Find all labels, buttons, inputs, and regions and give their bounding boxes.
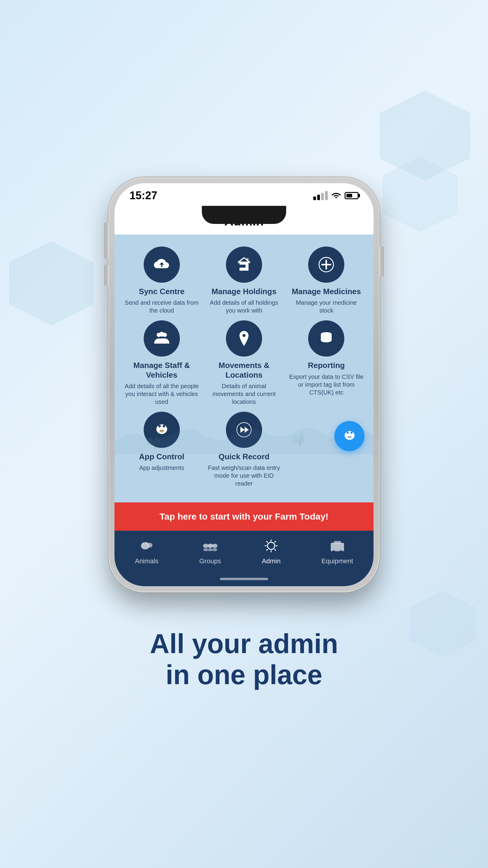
people-icon bbox=[153, 330, 171, 347]
sync-centre-title: Sync Centre bbox=[139, 287, 185, 296]
movements-desc: Details of animal movements and current … bbox=[206, 382, 282, 406]
svg-rect-15 bbox=[155, 444, 156, 449]
sync-centre-desc: Send and receive data from the cloud bbox=[124, 299, 200, 314]
svg-point-5 bbox=[321, 332, 332, 336]
tagline-line2: in one place bbox=[150, 659, 338, 691]
phone-frame: 15:27 bbox=[108, 177, 380, 592]
manage-medicines-title: Manage Medicines bbox=[292, 287, 361, 296]
svg-point-23 bbox=[348, 436, 349, 437]
status-bar: 15:27 bbox=[115, 183, 373, 207]
home-bar bbox=[220, 578, 268, 580]
sync-centre-item[interactable]: Sync Centre Send and receive data from t… bbox=[124, 247, 200, 314]
farm-banner[interactable]: Tap here to start with your Farm Today! bbox=[115, 502, 373, 531]
movements-icon-circle bbox=[226, 320, 262, 356]
nav-groups-label: Groups bbox=[199, 557, 221, 565]
floating-cow-button[interactable] bbox=[334, 421, 364, 451]
svg-point-4 bbox=[159, 332, 164, 337]
svg-point-22 bbox=[347, 436, 352, 438]
bg-hex-3 bbox=[9, 241, 93, 326]
volume-down-button bbox=[104, 265, 108, 286]
svg-point-21 bbox=[350, 432, 352, 434]
location-icon bbox=[235, 330, 253, 347]
home-indicator bbox=[115, 574, 373, 586]
battery-icon bbox=[345, 192, 358, 199]
admin-nav-icon bbox=[262, 537, 280, 555]
manage-holdings-icon-circle bbox=[226, 247, 262, 283]
manage-staff-icon-circle bbox=[144, 320, 180, 356]
svg-point-34 bbox=[213, 548, 217, 551]
groups-nav-icon bbox=[201, 537, 219, 555]
manage-staff-title: Manage Staff & Vehicles bbox=[124, 361, 200, 379]
manage-staff-desc: Add details of all the people you intera… bbox=[124, 382, 200, 406]
database-icon bbox=[317, 330, 335, 347]
nav-equipment[interactable]: Equipment bbox=[321, 537, 353, 565]
svg-point-31 bbox=[212, 544, 218, 548]
phone-mockup: 15:27 bbox=[108, 177, 380, 592]
svg-point-19 bbox=[345, 431, 355, 440]
reporting-icon-circle bbox=[308, 320, 344, 356]
manage-medicines-item[interactable]: Manage Medicines Manage your medicine st… bbox=[288, 247, 364, 314]
svg-rect-18 bbox=[299, 441, 301, 446]
phone-screen: 15:27 bbox=[115, 183, 373, 586]
nav-animals-label: Animals bbox=[135, 557, 158, 565]
svg-point-38 bbox=[332, 550, 335, 553]
main-content: Sync Centre Send and receive data from t… bbox=[115, 235, 373, 502]
bottom-nav: Animals Groups bbox=[115, 531, 373, 574]
svg-point-35 bbox=[267, 542, 275, 550]
power-button bbox=[380, 247, 384, 277]
svg-point-24 bbox=[350, 436, 351, 437]
reporting-item[interactable]: Reporting Export your data to CSV file o… bbox=[288, 320, 364, 405]
svg-point-27 bbox=[142, 543, 144, 545]
svg-point-32 bbox=[203, 548, 208, 551]
equipment-nav-icon bbox=[328, 537, 347, 555]
cloud-sync-icon bbox=[153, 255, 171, 274]
nav-animals[interactable]: Animals bbox=[135, 537, 158, 565]
sync-centre-icon-circle bbox=[144, 247, 180, 283]
tagline: All your admin in one place bbox=[150, 628, 338, 691]
bg-hex-4 bbox=[410, 591, 476, 657]
svg-point-33 bbox=[208, 548, 213, 551]
manage-staff-item[interactable]: Manage Staff & Vehicles Add details of a… bbox=[124, 320, 200, 405]
silent-switch bbox=[104, 222, 108, 238]
volume-up-button bbox=[104, 238, 108, 258]
farm-banner-text: Tap here to start with your Farm Today! bbox=[160, 512, 329, 521]
plus-icon bbox=[317, 255, 335, 274]
notch bbox=[202, 206, 286, 224]
nav-equipment-label: Equipment bbox=[321, 557, 353, 565]
reporting-desc: Export your data to CSV file or import t… bbox=[288, 373, 364, 396]
reporting-title: Reporting bbox=[308, 361, 345, 370]
svg-point-39 bbox=[339, 550, 343, 553]
nav-admin-label: Admin bbox=[262, 557, 281, 565]
manage-holdings-title: Manage Holdings bbox=[212, 287, 276, 296]
signal-icon bbox=[313, 191, 328, 200]
svg-point-26 bbox=[147, 543, 153, 548]
app-control-desc: App adjustments bbox=[139, 464, 184, 472]
admin-grid-row2: Manage Staff & Vehicles Add details of a… bbox=[124, 320, 364, 405]
svg-rect-36 bbox=[331, 543, 344, 551]
manage-medicines-icon-circle bbox=[308, 247, 344, 283]
animals-nav-icon bbox=[138, 537, 156, 555]
wifi-icon bbox=[331, 191, 341, 200]
nav-admin[interactable]: Admin bbox=[262, 537, 281, 565]
movements-title: Movements & Locations bbox=[206, 361, 282, 379]
svg-point-28 bbox=[146, 542, 148, 544]
status-time: 15:27 bbox=[130, 189, 157, 202]
tagline-line1: All your admin bbox=[150, 628, 338, 660]
manage-medicines-desc: Manage your medicine stock bbox=[288, 299, 364, 314]
svg-point-20 bbox=[347, 432, 349, 434]
admin-grid-row1: Sync Centre Send and receive data from t… bbox=[124, 247, 364, 314]
movements-item[interactable]: Movements & Locations Details of animal … bbox=[206, 320, 282, 405]
floating-cow-icon bbox=[341, 428, 358, 444]
quick-record-desc: Fast weigh/scan data entry mode for use … bbox=[206, 464, 282, 487]
status-icons bbox=[313, 191, 358, 200]
manage-holdings-item[interactable]: Manage Holdings Add details of all holdi… bbox=[206, 247, 282, 314]
manage-holdings-desc: Add details of all holdings you work wit… bbox=[206, 299, 282, 314]
farm-icon bbox=[235, 255, 253, 274]
nav-groups[interactable]: Groups bbox=[199, 537, 221, 565]
svg-rect-37 bbox=[334, 541, 341, 544]
